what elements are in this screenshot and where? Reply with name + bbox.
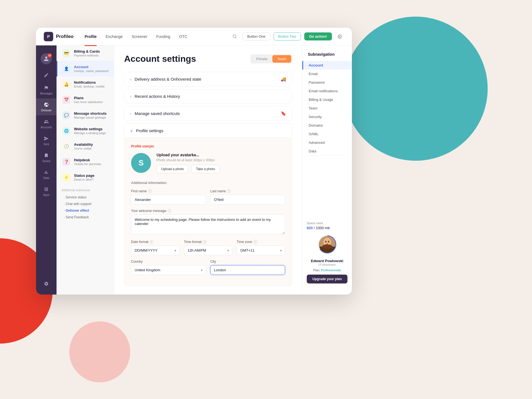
subnav-data[interactable]: Data xyxy=(302,147,352,155)
availability-icon: 🕐 xyxy=(62,142,70,150)
subnav-advanced[interactable]: Advanced xyxy=(302,138,352,147)
status-title: Status page xyxy=(74,173,94,178)
bookmark-icon xyxy=(43,152,49,158)
status-subtitle: Dead or alive? xyxy=(74,178,94,181)
sidebar-saved-item[interactable]: Saved xyxy=(36,149,57,166)
billing-subtitle: Payment methods xyxy=(74,54,100,57)
submenu-onhover-effect[interactable]: Onhover effect xyxy=(62,207,109,214)
sidebar-edit-item[interactable] xyxy=(36,69,57,81)
subnav-saml[interactable]: SAML xyxy=(302,130,352,138)
sidebar-avatar-item[interactable]: 12 xyxy=(36,50,57,69)
status-icon: ⚡ xyxy=(62,173,70,181)
welcome-help-icon[interactable]: ? xyxy=(167,209,171,213)
submenu-chat-support[interactable]: Chat with support xyxy=(62,201,109,207)
sidebar-item-availability[interactable]: 🕐 Availability You're visible xyxy=(57,139,114,154)
svg-point-2 xyxy=(339,36,340,37)
topnav-links: Profile Exchange Screener Funding OTC xyxy=(85,33,230,40)
subnav-billing-usage[interactable]: Billing & Usage xyxy=(302,95,352,104)
sidebar-item-account[interactable]: 👤 Account Userpic, name, password xyxy=(57,61,114,76)
sidebar-apps-item[interactable]: Apps xyxy=(36,183,57,200)
settings-icon[interactable] xyxy=(335,32,344,41)
accordion-recent-header[interactable]: › Recent actions & History xyxy=(124,89,292,103)
upload-photo-button[interactable]: Upload a photo xyxy=(157,165,188,173)
globe-icon xyxy=(43,102,49,108)
sidebar-item-plans[interactable]: 📅 Plans Get more satisfaction xyxy=(57,92,114,108)
subnav-email-notifications[interactable]: Email notifications xyxy=(302,87,352,95)
upload-title: Upload your avatarka... xyxy=(157,153,220,157)
subnav-email[interactable]: Email xyxy=(302,70,352,78)
sidebar-apps-label: Apps xyxy=(43,193,50,196)
plan-name[interactable]: Professionale xyxy=(321,268,341,272)
sidebar-item-shortcuts[interactable]: 💬 Message shortcuts Manage saved garbage xyxy=(57,108,114,123)
sidebar-saved-label: Saved xyxy=(42,160,50,163)
submenu-send-feedback[interactable]: Send Feedback xyxy=(62,214,109,221)
plans-title: Plans xyxy=(74,96,103,100)
button-one[interactable]: Button One xyxy=(242,32,270,40)
submenu-service-status[interactable]: Service status xyxy=(62,194,109,201)
date-format-help-icon[interactable]: ? xyxy=(150,240,154,244)
avatar-info: Upload your avatarka... Photo should be … xyxy=(157,153,220,173)
timezone-group: Time zone ? GMT+11 GMT+0 GMT-5 ▼ xyxy=(237,240,285,255)
plan-text: Plan: Professionale xyxy=(313,268,341,272)
welcome-message-group: Your welcome message ? Welcome to my sch… xyxy=(131,209,285,236)
subnav-account[interactable]: Account xyxy=(302,61,352,70)
availability-title: Availability xyxy=(74,142,93,147)
button-two[interactable]: Button Two xyxy=(273,32,301,40)
welcome-textarea[interactable]: Welcome to my scheduling page. Please fo… xyxy=(131,214,285,234)
timezone-help-icon[interactable]: ? xyxy=(253,240,257,244)
go-action-button[interactable]: Go action! xyxy=(304,32,332,40)
timezone-select[interactable]: GMT+11 GMT+0 GMT-5 xyxy=(237,245,285,255)
last-name-help-icon[interactable]: ? xyxy=(227,189,231,193)
nav-link-exchange[interactable]: Exchange xyxy=(106,33,123,40)
chevron-right-icon3: › xyxy=(130,111,131,116)
plans-icon: 📅 xyxy=(62,96,70,104)
sidebar-stats-label: Stats xyxy=(43,177,50,180)
subnav-domains[interactable]: Domains xyxy=(302,121,352,130)
avatar-buttons: Upload a photo Take a photo xyxy=(157,165,220,173)
toggle-private[interactable]: Private xyxy=(251,55,272,63)
country-select[interactable]: United Kingdom United States Australia xyxy=(131,265,206,275)
nav-link-otc[interactable]: OTC xyxy=(179,33,188,40)
nav-link-funding[interactable]: Funding xyxy=(156,33,170,40)
page-title: Account settings xyxy=(124,54,196,64)
notifications-icon: 🔔 xyxy=(62,80,70,88)
bg-circle-red-small xyxy=(69,321,130,382)
profile-section-header[interactable]: ∨ Profile settings xyxy=(124,124,292,138)
toggle-team[interactable]: Team xyxy=(272,55,291,63)
upgrade-button[interactable]: Upgrade your plan xyxy=(307,275,347,283)
city-input[interactable] xyxy=(210,265,285,275)
sidebar-onhover-item[interactable]: Onhover xyxy=(36,98,57,115)
accordion-shortcuts-header[interactable]: › Manage saved shortcuts 🔖 xyxy=(124,106,292,121)
shortcuts-subtitle: Manage saved garbage xyxy=(74,116,107,119)
subnav-team[interactable]: Team xyxy=(302,104,352,112)
sidebar-item-status[interactable]: ⚡ Status page Dead or alive? xyxy=(57,170,114,185)
sidebar-item-notifications[interactable]: 🔔 Notifications Email, desktop, mobile xyxy=(57,76,114,92)
sidebar-stats-item[interactable]: Stats xyxy=(36,166,57,183)
sidebar-sent-item[interactable]: Sent xyxy=(36,132,57,149)
take-photo-button[interactable]: Take a photo xyxy=(191,165,220,173)
first-name-input[interactable] xyxy=(131,195,206,204)
sidebar-settings-item[interactable] xyxy=(36,277,57,290)
country-label: Country xyxy=(131,260,206,264)
country-group: Country United Kingdom United States Aus… xyxy=(131,260,206,275)
page-header: Account settings Private Team xyxy=(124,54,292,64)
sidebar-messages-item[interactable]: Messages xyxy=(36,81,57,98)
accordion-delivery-header[interactable]: › Delivery address & Onhovered state 🚚 xyxy=(124,72,292,86)
nav-link-screener[interactable]: Screener xyxy=(132,33,147,40)
search-icon[interactable] xyxy=(230,32,239,41)
time-format-help-icon[interactable]: ? xyxy=(203,240,206,244)
last-name-input[interactable] xyxy=(210,195,285,204)
sidebar-item-website[interactable]: 🌐 Website settings Manage a landing page xyxy=(57,123,114,139)
date-format-select[interactable]: DD/MM/YYYY MM/DD/YYYY YYYY/MM/DD xyxy=(131,245,180,255)
first-name-help-icon[interactable]: ? xyxy=(148,189,152,193)
chevron-right-icon: › xyxy=(130,77,131,81)
user-name: Edward Powlowski xyxy=(311,259,343,263)
sidebar-item-helpdesk[interactable]: ❓ Helpdesk Tickets for dummies xyxy=(57,154,114,170)
sidebar-item-billing[interactable]: 💳 Billing & Cards Payment methods xyxy=(57,45,114,61)
subnav-security[interactable]: Security xyxy=(302,112,352,121)
subnav-password[interactable]: Password xyxy=(302,78,352,87)
nav-link-profile[interactable]: Profile xyxy=(85,33,97,40)
sidebar-accounts-item[interactable]: Accounts xyxy=(36,115,57,132)
topnav-right: Button One Button Two Go action! xyxy=(230,32,344,41)
time-format-select[interactable]: 12h AM/PM 24h xyxy=(184,245,232,255)
